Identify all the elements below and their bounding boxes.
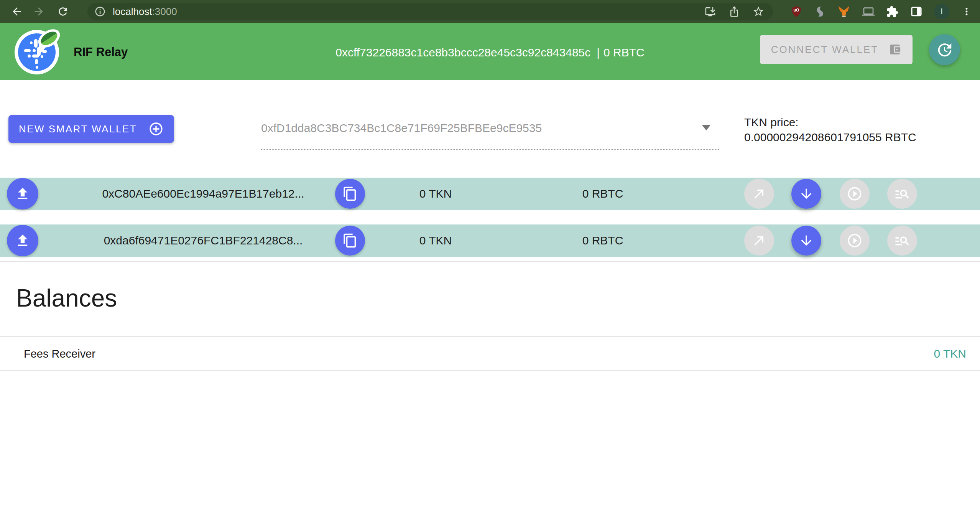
fees-receiver-value: 0 TKN [934,347,966,360]
transfer-out-button[interactable] [744,179,774,209]
copy-icon [342,186,358,201]
upload-button[interactable] [7,225,38,256]
wallet-address: 0xC80AEe600Ec1994a97E1B17eb12... [88,187,318,200]
reload-button[interactable] [56,5,69,18]
update-refresh-icon [936,41,954,59]
wallet-rbtc-balance: 0 RBTC [564,187,641,200]
wallet-address: 0xda6f69471E0276FC1BF221428C8... [88,234,318,247]
upload-button[interactable] [7,178,38,210]
copy-address-button[interactable] [335,226,365,256]
connect-wallet-button[interactable]: CONNECT WALLET [760,35,913,64]
fees-receiver-row: Fees Receiver 0 TKN [0,336,980,371]
token-price-label: TKN price: [744,115,916,130]
smart-wallet-row: 0xda6f69471E0276FC1BF221428C8... 0 TKN 0… [0,224,980,257]
account-address: 0xcff73226883c1ce8b3bccc28e45c3c92c84348… [335,46,590,59]
wallet-rbtc-balance: 0 RBTC [564,234,641,247]
wallet-icon [888,43,901,56]
transfer-out-button[interactable] [744,226,774,256]
account-balance: 0 RBTC [603,46,645,59]
new-smart-wallet-button[interactable]: NEW SMART WALLET [8,115,174,143]
url-text: localhost:3000 [113,6,177,18]
section-divider [0,261,980,262]
surfshark-extension-icon[interactable] [814,6,825,17]
new-smart-wallet-label: NEW SMART WALLET [19,123,137,135]
deposit-button[interactable] [791,226,821,256]
arrow-down-icon [799,186,814,201]
wallet-tkn-balance: 0 TKN [397,187,474,200]
back-button[interactable] [10,5,23,18]
browser-toolbar: localhost:3000 uO I [0,0,980,23]
add-circle-icon [148,121,164,137]
search-list-icon [894,186,910,202]
wallet-tkn-balance: 0 TKN [397,234,474,247]
arrow-down-icon [799,233,814,248]
side-panel-icon[interactable] [910,5,922,18]
upload-icon [15,186,31,202]
screen: localhost:3000 uO I [0,0,980,518]
arrow-up-right-icon [752,233,766,248]
copy-icon [342,233,358,248]
profile-avatar[interactable]: I [934,4,949,19]
url-port: :3000 [152,6,177,17]
install-app-icon[interactable] [704,6,716,18]
search-transactions-button[interactable] [887,226,917,256]
forward-button[interactable] [32,5,45,18]
token-price-value: 0.00000294208601791055 RBTC [744,130,916,145]
search-transactions-button[interactable] [887,179,917,209]
smart-wallet-row: 0xC80AEe600Ec1994a97E1B17eb12... 0 TKN 0… [0,178,980,210]
copy-address-button[interactable] [335,179,365,209]
play-circle-icon [847,233,863,249]
deposit-button[interactable] [791,179,821,209]
extensions-puzzle-icon[interactable] [886,5,899,18]
refresh-button[interactable] [929,34,960,65]
connect-wallet-label: CONNECT WALLET [771,44,878,56]
extension-area: uO I [790,0,980,23]
play-circle-icon [847,186,863,202]
forward-icon [33,5,45,18]
token-address-select[interactable]: 0xfD1dda8C3BC734Bc1C8e71F69F25BFBEe9cE95… [261,115,719,150]
url-host: localhost [113,6,152,17]
token-address-value: 0xfD1dda8C3BC734Bc1C8e71F69F25BFBEe9cE95… [261,122,542,135]
search-list-icon [894,233,910,249]
metamask-extension-icon[interactable] [837,5,851,18]
chevron-down-icon [702,125,710,130]
back-icon [11,5,23,18]
balances-title: Balances [16,284,117,312]
laptop-extension-icon[interactable] [862,5,875,18]
reload-icon [57,5,69,18]
app-header: RIF Relay 0xcff73226883c1ce8b3bccc28e45c… [0,23,980,80]
upload-icon [15,233,31,249]
share-icon[interactable] [728,6,740,17]
fees-receiver-label: Fees Receiver [24,347,95,360]
address-bar[interactable]: localhost:3000 [87,3,773,20]
execute-button[interactable] [840,226,870,256]
arrow-up-right-icon [752,186,766,201]
token-price: TKN price: 0.00000294208601791055 RBTC [744,115,916,145]
ublock-extension-icon[interactable]: uO [790,5,802,18]
ublock-label: uO [794,8,799,12]
bookmark-star-icon[interactable] [752,5,765,18]
account-separator: | [597,46,600,59]
browser-menu-icon[interactable] [961,6,972,17]
omnibox-actions [704,5,765,18]
execute-button[interactable] [840,179,870,209]
profile-initial: I [941,7,943,16]
site-info-icon[interactable] [94,6,106,17]
